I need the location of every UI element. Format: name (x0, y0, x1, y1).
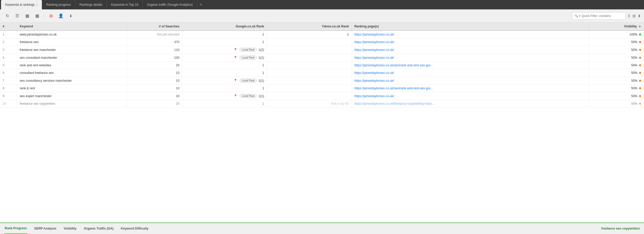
keywords-table: # Keyword # of Searches Google.co.uk Ran… (0, 22, 644, 108)
google-rank-value: 1(2) (258, 48, 264, 52)
ranking-page-link[interactable]: https://jamestaylorseo.co.uk/seo/rank-an… (354, 86, 433, 90)
row-ranking-page[interactable]: https://jamestaylorseo.co.uk/freelance-c… (352, 100, 589, 108)
col-header-keyword[interactable]: Keyword (17, 22, 127, 31)
tab-label: Rankings details (79, 3, 102, 7)
ranking-page-link[interactable]: https://jamestaylorseo.co.uk/ (354, 56, 394, 60)
row-index: 3 (0, 46, 17, 54)
calendar-button[interactable]: ▦ (33, 12, 41, 20)
bottom-tab-keyword-difficulty[interactable]: Keyword Difficulty (120, 223, 149, 234)
list-button[interactable]: ☰ (13, 12, 21, 20)
tab-rankings-details[interactable]: Rankings details (75, 0, 107, 9)
visibility-value: 50% (631, 71, 637, 75)
ranking-page-link[interactable]: https://jamestaylorseo.co.uk/ (354, 40, 394, 44)
row-ranking-page[interactable]: https://jamestaylorseo.co.uk/ (352, 92, 589, 100)
import-button[interactable]: ⬇ (67, 12, 75, 20)
visibility-value: 50% (631, 94, 637, 98)
bottom-tab-serp-analysis[interactable]: SERP Analysis (34, 223, 57, 234)
row-keyword: www.jamestaylorseo.co.uk (17, 31, 127, 38)
row-yahoo-rank (267, 46, 352, 54)
col-header-searches[interactable]: # of Searches (127, 22, 182, 31)
bottom-bar: Rank Progress SERP Analysis Visibility O… (0, 223, 644, 234)
visibility-value: 50% (631, 63, 637, 67)
row-index: 8 (0, 85, 17, 92)
row-searches: 20 (127, 62, 182, 69)
tab-keywords-top10[interactable]: Keywords in Top 10 (107, 0, 143, 9)
ranking-page-link[interactable]: https://jamestaylorseo.co.uk/seo/rank-an… (354, 63, 433, 67)
table-container: # Keyword # of Searches Google.co.uk Ran… (0, 22, 644, 223)
row-ranking-page[interactable]: https://jamestaylorseo.co.uk/ (352, 54, 589, 62)
manage-users-button[interactable]: 👤 (57, 12, 65, 20)
row-ranking-page[interactable]: https://jamestaylorseo.co.uk/ (352, 69, 589, 77)
dropdown-arrow-icon: ▾ (579, 14, 580, 18)
not-checked-label: Not yet checked (157, 33, 179, 36)
ranking-page-link[interactable]: https://jamestaylorseo.co.uk/ (354, 79, 394, 83)
table-row: 1www.jamestaylorseo.co.ukNot yet checked… (0, 31, 644, 38)
row-ranking-page[interactable]: https://jamestaylorseo.co.uk/seo/rank-an… (352, 62, 589, 69)
row-ranking-page[interactable]: https://jamestaylorseo.co.uk/seo/rank-an… (352, 85, 589, 92)
bottom-tab-label: Rank Progress (5, 226, 27, 230)
bottom-tab-rank-progress[interactable]: Rank Progress (4, 223, 27, 234)
row-index: 1 (0, 31, 17, 38)
visibility-value: 50% (631, 48, 637, 52)
row-ranking-page[interactable]: https://jamestaylorseo.co.uk/ (352, 38, 589, 46)
tab-organic-traffic[interactable]: Organic traffic (Google Analytics) (143, 0, 197, 9)
search-dropdown[interactable]: 🔍 ▾ (574, 14, 580, 18)
row-visibility: 50% (589, 62, 644, 69)
visibility-value: 50% (631, 102, 637, 106)
row-google-rank: 📍Local Pack1(1) (182, 77, 267, 85)
col-header-yahoo-rank[interactable]: Yahoo.co.uk Rank (267, 22, 352, 31)
table-row: 10freelance seo copywriters201Not in top… (0, 100, 644, 108)
row-google-rank: 📍Local Pack1(1) (182, 54, 267, 62)
google-rank-value: 1(1) (258, 94, 264, 98)
row-keyword: consultant freelance seo (17, 69, 127, 77)
chart-button[interactable]: ▦ (23, 12, 31, 20)
grid-icon[interactable]: ⊞ (632, 14, 636, 18)
row-visibility: 50% (589, 46, 644, 54)
ranking-page-link[interactable]: https://jamestaylorseo.co.uk/ (354, 71, 394, 75)
row-ranking-page[interactable]: https://jamestaylorseo.co.uk/ (352, 77, 589, 85)
pin-icon: 📍 (234, 94, 237, 98)
toolbar: ↻ ☰ ▦ ▦ ⊕ 👤 ⬇ 🔍 ▾ ⧖ ⊞ ⬇ (0, 9, 644, 22)
row-ranking-page[interactable]: https://jamestaylorseo.co.uk/ (352, 31, 589, 38)
row-keyword: rank and rent websites (17, 62, 127, 69)
visibility-dot (639, 57, 641, 59)
visibility-dot (639, 95, 641, 97)
refresh-button[interactable]: ↻ (3, 12, 12, 20)
tab-label: Organic traffic (Google Analytics) (147, 3, 193, 7)
visibility-dot (639, 72, 641, 74)
row-keyword: seo expert manchester (17, 92, 127, 100)
row-visibility: 50% (589, 100, 644, 108)
bottom-tab-organic-traffic[interactable]: Organic Traffic (GA) (83, 223, 114, 234)
col-header-google-rank[interactable]: Google.co.uk Rank (182, 22, 267, 31)
google-rank-value: 1 (262, 33, 264, 36)
tab-keywords-rankings[interactable]: Keywords & rankings ▾ (1, 0, 42, 9)
row-google-rank: 1 (182, 85, 267, 92)
col-header-visibility-label: Visibility (624, 25, 637, 28)
table-row: 8rank & rent101https://jamestaylorseo.co… (0, 85, 644, 92)
row-google-rank: 1 (182, 31, 267, 38)
ranking-page-link[interactable]: https://jamestaylorseo.co.uk/ (354, 94, 394, 98)
download-icon[interactable]: ⬇ (638, 14, 641, 18)
quick-filter-input[interactable] (582, 14, 623, 18)
row-keyword: rank & rent (17, 85, 127, 92)
row-visibility: 50% (589, 77, 644, 85)
tab-label: Keywords & rankings (5, 3, 35, 7)
ranking-page-link[interactable]: https://jamestaylorseo.co.uk/ (354, 48, 394, 52)
col-header-visibility[interactable]: Visibility ▼ (589, 22, 644, 31)
add-tab-button[interactable]: + (197, 2, 205, 7)
row-yahoo-rank: 1 (267, 31, 352, 38)
add-keyword-button[interactable]: ⊕ (47, 12, 55, 20)
ranking-page-link[interactable]: https://jamestaylorseo.co.uk/freelance-c… (354, 102, 435, 106)
quick-filter-container: 🔍 ▾ (572, 12, 626, 20)
list-icon: ☰ (15, 13, 19, 18)
row-yahoo-rank (267, 92, 352, 100)
row-ranking-page[interactable]: https://jamestaylorseo.co.uk/ (352, 46, 589, 54)
ranking-page-link[interactable]: https://jamestaylorseo.co.uk/ (354, 33, 394, 36)
tab-ranking-progress[interactable]: Ranking progress (42, 0, 75, 9)
row-google-rank: 📍Local Pack1(1) (182, 92, 267, 100)
col-header-ranking-page[interactable]: Ranking page(s) (352, 22, 589, 31)
bottom-tab-visibility[interactable]: Visibility (63, 223, 77, 234)
filter-icon[interactable]: ⧖ (628, 14, 630, 18)
google-rank-value: 1 (262, 63, 264, 67)
row-google-rank: 1 (182, 69, 267, 77)
